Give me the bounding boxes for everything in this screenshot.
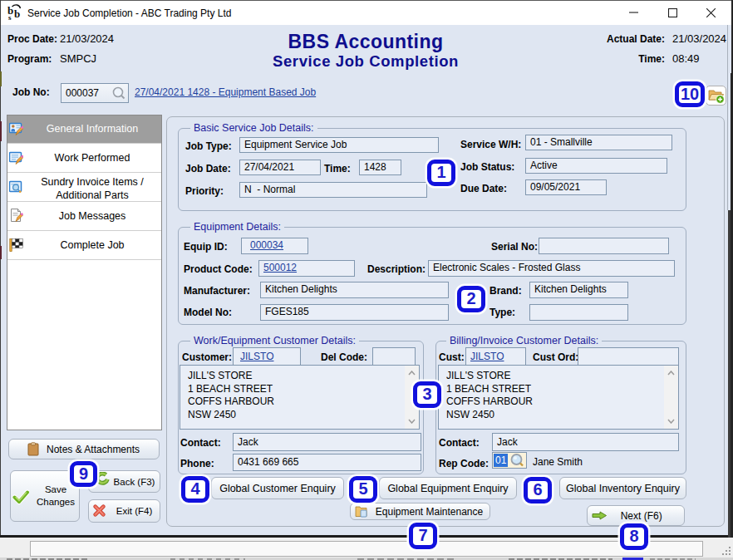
svg-text:s: s [8, 13, 12, 20]
svg-text:b: b [14, 7, 20, 20]
